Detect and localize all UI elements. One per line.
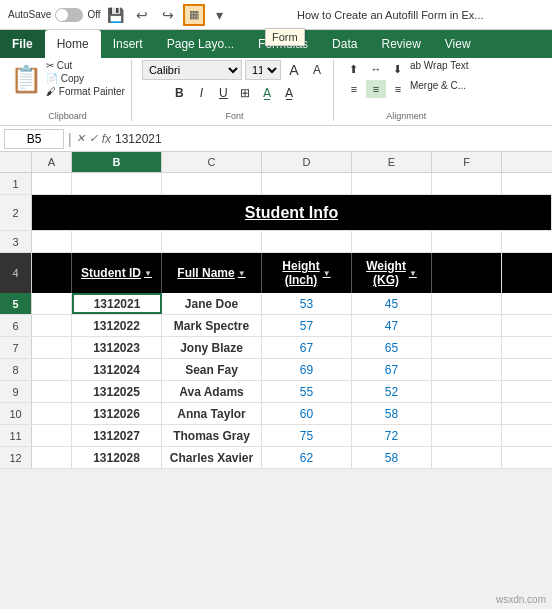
student-info-title[interactable]: Student Info (32, 195, 552, 230)
cell-b12[interactable]: 1312028 (72, 447, 162, 468)
underline-button[interactable]: U (213, 83, 233, 103)
customize-icon[interactable]: ▾ (209, 4, 231, 26)
header-height[interactable]: Height(Inch) ▼ (262, 253, 352, 293)
cell-b3[interactable] (72, 231, 162, 252)
undo-icon[interactable]: ↩ (131, 4, 153, 26)
cell-c5[interactable]: Jane Doe (162, 293, 262, 314)
cell-a8[interactable] (32, 359, 72, 380)
cell-b10[interactable]: 1312026 (72, 403, 162, 424)
cell-f8[interactable] (432, 359, 502, 380)
font-color-button[interactable]: A̲ (279, 83, 299, 103)
cell-reference[interactable]: B5 (4, 129, 64, 149)
cell-e7[interactable]: 65 (352, 337, 432, 358)
cell-b7[interactable]: 1312023 (72, 337, 162, 358)
col-header-d[interactable]: D (262, 152, 352, 172)
save-icon[interactable]: 💾 (105, 4, 127, 26)
cell-a12[interactable] (32, 447, 72, 468)
cell-c12[interactable]: Charles Xavier (162, 447, 262, 468)
cell-b9[interactable]: 1312025 (72, 381, 162, 402)
cell-c8[interactable]: Sean Fay (162, 359, 262, 380)
align-middle-button[interactable]: ↔ (366, 60, 386, 78)
cell-d5[interactable]: 53 (262, 293, 352, 314)
cell-f4[interactable] (432, 253, 502, 293)
cell-f3[interactable] (432, 231, 502, 252)
cell-e9[interactable]: 52 (352, 381, 432, 402)
cell-e8[interactable]: 67 (352, 359, 432, 380)
cell-d12[interactable]: 62 (262, 447, 352, 468)
cell-d9[interactable]: 55 (262, 381, 352, 402)
cell-e6[interactable]: 47 (352, 315, 432, 336)
font-family-select[interactable]: Calibri (142, 60, 242, 80)
cell-f6[interactable] (432, 315, 502, 336)
format-painter-button[interactable]: 🖌 Format Painter (46, 86, 125, 97)
cell-e5[interactable]: 45 (352, 293, 432, 314)
cell-a11[interactable] (32, 425, 72, 446)
autosave-toggle[interactable] (55, 8, 83, 22)
cell-e1[interactable] (352, 173, 432, 194)
height-dropdown-icon[interactable]: ▼ (323, 269, 331, 278)
cell-d7[interactable]: 67 (262, 337, 352, 358)
cell-e10[interactable]: 58 (352, 403, 432, 424)
cell-a7[interactable] (32, 337, 72, 358)
wrap-text-button[interactable]: ab Wrap Text (410, 60, 469, 78)
header-full-name[interactable]: Full Name ▼ (162, 253, 262, 293)
copy-button[interactable]: 📄 Copy (46, 73, 125, 84)
formula-input[interactable] (115, 132, 548, 146)
tab-page-layout[interactable]: Page Layo... (155, 30, 246, 58)
cut-button[interactable]: ✂ Cut (46, 60, 125, 71)
cell-b6[interactable]: 1312022 (72, 315, 162, 336)
col-header-b[interactable]: B (72, 152, 162, 172)
cell-f9[interactable] (432, 381, 502, 402)
bold-button[interactable]: B (169, 83, 189, 103)
italic-button[interactable]: I (191, 83, 211, 103)
cell-d3[interactable] (262, 231, 352, 252)
tab-data[interactable]: Data (320, 30, 369, 58)
cell-c6[interactable]: Mark Spectre (162, 315, 262, 336)
cell-a10[interactable] (32, 403, 72, 424)
cell-e11[interactable]: 72 (352, 425, 432, 446)
font-size-select[interactable]: 11 (245, 60, 281, 80)
cell-b11[interactable]: 1312027 (72, 425, 162, 446)
cell-d11[interactable]: 75 (262, 425, 352, 446)
cell-a6[interactable] (32, 315, 72, 336)
cell-a1[interactable] (32, 173, 72, 194)
cell-f7[interactable] (432, 337, 502, 358)
cell-f11[interactable] (432, 425, 502, 446)
cell-f5[interactable] (432, 293, 502, 314)
align-left-button[interactable]: ≡ (344, 80, 364, 98)
cell-a4[interactable] (32, 253, 72, 293)
font-grow-button[interactable]: A (284, 60, 304, 80)
cell-c10[interactable]: Anna Taylor (162, 403, 262, 424)
tab-home[interactable]: Home (45, 30, 101, 58)
cell-c9[interactable]: Ava Adams (162, 381, 262, 402)
cell-a3[interactable] (32, 231, 72, 252)
cell-d1[interactable] (262, 173, 352, 194)
cell-f10[interactable] (432, 403, 502, 424)
align-bottom-button[interactable]: ⬇ (388, 60, 408, 78)
align-center-button[interactable]: ≡ (366, 80, 386, 98)
tab-file[interactable]: File (0, 30, 45, 58)
cell-c1[interactable] (162, 173, 262, 194)
cell-a9[interactable] (32, 381, 72, 402)
align-right-button[interactable]: ≡ (388, 80, 408, 98)
align-top-button[interactable]: ⬆ (344, 60, 364, 78)
form-icon[interactable]: ▦ (183, 4, 205, 26)
redo-icon[interactable]: ↪ (157, 4, 179, 26)
full-name-dropdown-icon[interactable]: ▼ (238, 269, 246, 278)
cell-e12[interactable]: 58 (352, 447, 432, 468)
cell-c3[interactable] (162, 231, 262, 252)
tab-insert[interactable]: Insert (101, 30, 155, 58)
cell-b8[interactable]: 1312024 (72, 359, 162, 380)
cell-d8[interactable]: 69 (262, 359, 352, 380)
weight-dropdown-icon[interactable]: ▼ (409, 269, 417, 278)
col-header-a[interactable]: A (32, 152, 72, 172)
merge-center-button[interactable]: Merge & C... (410, 80, 466, 98)
cell-e3[interactable] (352, 231, 432, 252)
tab-view[interactable]: View (433, 30, 483, 58)
cell-b1[interactable] (72, 173, 162, 194)
fill-color-button[interactable]: A̲ (257, 83, 277, 103)
cell-c7[interactable]: Jony Blaze (162, 337, 262, 358)
header-student-id[interactable]: Student ID ▼ (72, 253, 162, 293)
col-header-f[interactable]: F (432, 152, 502, 172)
cell-c11[interactable]: Thomas Gray (162, 425, 262, 446)
